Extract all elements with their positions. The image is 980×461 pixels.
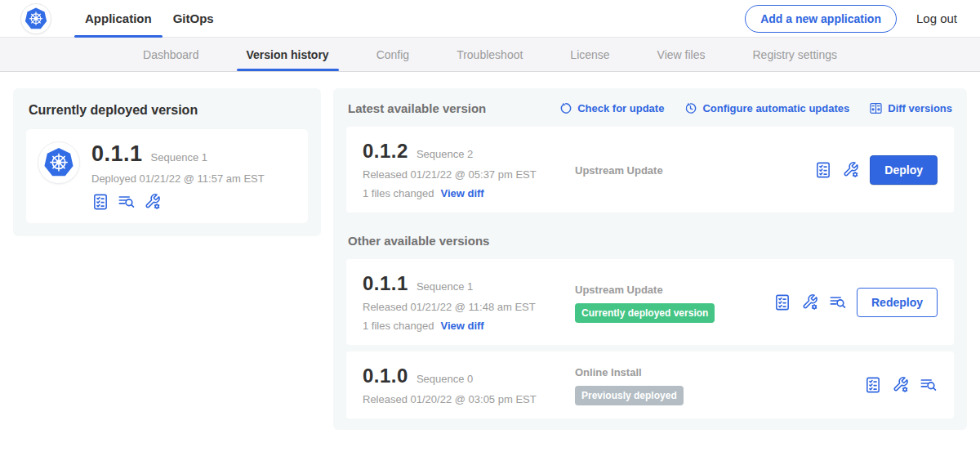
deploy-logs-icon[interactable] <box>920 376 938 394</box>
tab-application[interactable]: Application <box>74 0 163 37</box>
config-icon[interactable] <box>144 193 162 211</box>
subtab-config[interactable]: Config <box>367 38 419 71</box>
version-number: 0.1.2 <box>363 140 408 163</box>
deploy-logs-icon[interactable] <box>829 293 847 311</box>
version-source-label: Online Install <box>575 366 864 378</box>
deployed-panel-title: Currently deployed version <box>29 103 308 118</box>
subtab-license[interactable]: License <box>560 38 619 71</box>
deployed-sequence-label: Sequence 1 <box>151 151 207 163</box>
deployed-version-card: 0.1.1 Sequence 1 Deployed 01/21/22 @ 11:… <box>26 129 308 223</box>
files-changed-label: 1 files changed <box>363 320 434 332</box>
config-icon[interactable] <box>842 161 860 179</box>
subtab-registry-settings-label: Registry settings <box>753 48 837 61</box>
tab-gitops[interactable]: GitOps <box>163 0 225 37</box>
schedule-update-icon <box>684 101 697 115</box>
diff-versions-label: Diff versions <box>888 102 952 114</box>
preflight-checks-icon[interactable] <box>864 376 882 394</box>
version-source-label: Upstream Update <box>575 164 814 177</box>
preflight-checks-icon[interactable] <box>91 193 109 211</box>
sequence-label: Sequence 1 <box>416 280 473 293</box>
sequence-label: Sequence 2 <box>416 148 473 160</box>
version-card-0-1-1: 0.1.1 Sequence 1 Released 01/21/22 @ 11:… <box>346 259 954 345</box>
check-for-update-label: Check for update <box>577 102 664 114</box>
version-card-0-1-0: 0.1.0 Sequence 0 Released 01/20/22 @ 03:… <box>346 351 954 418</box>
subtab-config-label: Config <box>376 48 409 61</box>
configure-automatic-updates-label: Configure automatic updates <box>702 102 849 114</box>
diff-versions-icon <box>869 101 883 115</box>
preflight-checks-icon[interactable] <box>814 161 832 179</box>
deployed-timestamp: Deployed 01/21/22 @ 11:57 am EST <box>91 172 265 185</box>
sequence-label: Sequence 0 <box>416 373 473 385</box>
version-number: 0.1.0 <box>363 365 408 387</box>
config-icon[interactable] <box>892 376 910 394</box>
latest-version-title: Latest available version <box>348 101 486 115</box>
subtab-registry-settings[interactable]: Registry settings <box>743 38 847 71</box>
add-application-button[interactable]: Add a new application <box>745 5 897 33</box>
top-nav: Application GitOps Add a new application… <box>0 0 980 38</box>
app-icon <box>38 141 80 184</box>
subtab-view-files-label: View files <box>657 48 706 61</box>
app-subnav: Dashboard Version history Config Trouble… <box>0 38 980 72</box>
version-card-0-1-2: 0.1.2 Sequence 2 Released 01/21/22 @ 05:… <box>346 127 954 213</box>
subtab-version-history[interactable]: Version history <box>237 38 339 71</box>
subtab-dashboard-label: Dashboard <box>143 48 199 61</box>
subtab-dashboard[interactable]: Dashboard <box>133 38 209 71</box>
check-for-update-link[interactable]: Check for update <box>559 101 664 115</box>
currently-deployed-badge: Currently deployed version <box>575 303 715 323</box>
preflight-checks-icon[interactable] <box>773 293 791 311</box>
files-changed-label: 1 files changed <box>363 187 434 199</box>
deploy-button[interactable]: Deploy <box>870 155 938 185</box>
kubernetes-logo <box>20 3 51 34</box>
tab-gitops-label: GitOps <box>173 11 214 25</box>
logout-button[interactable]: Log out <box>916 11 957 25</box>
currently-deployed-panel: Currently deployed version 0.1.1 Sequenc… <box>13 88 321 236</box>
version-source-label: Upstream Update <box>575 284 773 296</box>
subtab-version-history-label: Version history <box>247 48 329 61</box>
redeploy-button[interactable]: Redeploy <box>857 288 938 317</box>
view-diff-link[interactable]: View diff <box>440 320 483 332</box>
subtab-license-label: License <box>570 48 609 61</box>
version-history-panel: Latest available version Check for updat… <box>333 88 967 430</box>
diff-versions-link[interactable]: Diff versions <box>869 101 952 115</box>
previously-deployed-badge: Previously deployed <box>575 386 684 405</box>
view-diff-link[interactable]: View diff <box>440 187 483 199</box>
subtab-view-files[interactable]: View files <box>648 38 715 71</box>
subtab-troubleshoot[interactable]: Troubleshoot <box>447 38 532 71</box>
main-content: Currently deployed version 0.1.1 Sequenc… <box>0 72 980 446</box>
config-icon[interactable] <box>801 293 819 311</box>
released-timestamp: Released 01/20/22 @ 03:05 pm EST <box>363 393 575 405</box>
subtab-troubleshoot-label: Troubleshoot <box>457 48 523 61</box>
deploy-logs-icon[interactable] <box>118 193 136 211</box>
released-timestamp: Released 01/21/22 @ 11:48 am EST <box>363 301 575 313</box>
version-number: 0.1.1 <box>363 272 408 295</box>
deployed-version-number: 0.1.1 <box>91 141 143 167</box>
refresh-icon <box>559 101 572 115</box>
brand <box>20 0 51 37</box>
released-timestamp: Released 01/21/22 @ 05:37 pm EST <box>363 168 575 181</box>
other-versions-title: Other available versions <box>348 234 952 248</box>
configure-automatic-updates-link[interactable]: Configure automatic updates <box>684 101 849 115</box>
tab-application-label: Application <box>85 11 152 25</box>
